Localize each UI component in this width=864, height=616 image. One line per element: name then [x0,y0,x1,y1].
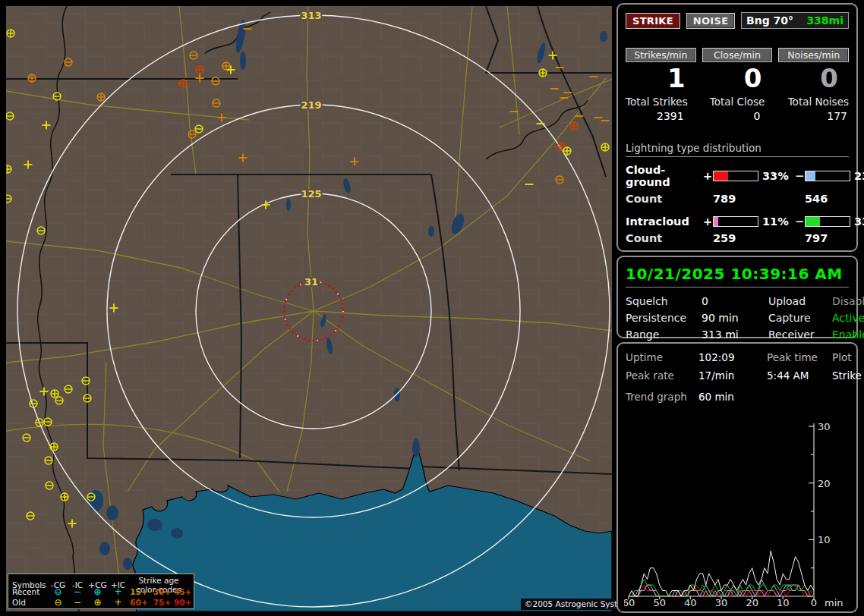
strikes-per-min-header[interactable]: Strikes/min [626,48,696,62]
legend-row: Old⊖−⊕+60+75+90+ [12,597,190,608]
count-label: Count [626,232,703,244]
close-per-min-header[interactable]: Close/min [702,48,773,62]
persistence-value: 90 min [702,312,768,324]
plot-label: Plot [832,351,862,363]
strikes-per-min-value: 1 [626,62,696,94]
map-legend: Symbols -CG -IC +CG +IC Strike age color… [8,574,194,609]
noises-per-min-value: 0 [778,62,849,94]
noises-column: Noises/min 0 Total Noises 177 [778,48,849,122]
cg-neg-pct: 23% [850,170,864,182]
total-close-label: Total Close [702,96,773,108]
ring-distance-label: 125 [301,188,321,200]
plot-value: Strike [832,369,862,382]
trend-graph-window: 60 min [698,391,734,403]
squelch-value: 0 [702,295,768,307]
legend-header-row: Symbols -CG -IC +CG +IC Strike age color… [12,576,190,586]
peak-rate-value: 17/min [698,369,767,382]
trend-panel: Uptime 102:09 Peak time Plot Peak rate 1… [616,342,858,613]
strike-symbol-cp [97,93,105,101]
total-noises-label: Total Noises [778,96,849,108]
strike-symbol-cp [50,443,58,451]
cg-pos-bar [713,171,758,181]
cloud-ground-count-row: Count 789 546 [626,193,849,205]
upload-label: Upload [768,295,832,307]
trend-x-tick: 0 [811,597,817,608]
cg-neg-bar [805,171,850,181]
strike-symbol-cp [539,69,547,77]
capture-status: Active [832,312,864,324]
strike-button[interactable]: STRIKE [626,13,680,29]
bearing-display: Bng 70° 338mi [741,12,849,29]
ic-neg-count: 797 [805,232,849,244]
legend-strike-symbol: ⊖ [48,598,68,607]
ic-neg-bar [805,216,850,227]
trend-series-cg-neg [629,580,814,596]
count-label: Count [626,193,703,205]
trend-y-tick: 10 [818,534,831,545]
legend-strike-symbol: ⊕ [87,598,109,607]
trend-graph-label: Trend graph [626,391,698,403]
map-canvas[interactable]: 31125219313 [6,6,612,611]
cg-pos-count: 789 [713,193,795,205]
legend-age-code: 30+ [150,587,174,596]
ring-distance-label: 31 [304,276,318,288]
legend-row-label: Recent [12,587,48,596]
trend-x-tick: 50 [653,597,666,608]
trend-graph-chart: 6050403020100min102030 [624,417,852,608]
upload-status: Disabled [832,295,864,307]
counters-panel: STRIKE NOISE Bng 70° 338mi Strikes/min 1… [616,3,858,252]
trend-x-tick: 10 [777,597,790,608]
trend-x-tick: 20 [746,597,758,608]
cloud-ground-row: Cloud-ground + 33% − 23% [626,164,849,188]
minus-sign: − [795,170,805,182]
ring-distance-label: 313 [301,10,321,21]
trend-x-tick: 40 [684,597,697,608]
legend-row-label: Old [12,598,48,607]
distribution-title: Lightning type distribution [626,142,849,157]
trend-series-total-strikes [629,551,814,596]
total-strikes-value: 2391 [626,110,696,122]
legend-age-code: 45+ [174,587,191,596]
legend-age-code: 90+ [174,598,191,607]
legend-strike-symbol: + [109,598,128,607]
strike-symbol-cp [222,62,230,70]
ic-pos-count: 259 [713,232,795,244]
strikes-column: Strikes/min 1 Total Strikes 2391 [626,48,696,122]
capture-label: Capture [768,312,832,324]
noise-button[interactable]: NOISE [686,13,736,29]
peak-rate-label: Peak rate [626,369,698,382]
ring-distance-label: 219 [301,99,321,111]
cg-pos-pct: 33% [758,170,795,182]
legend-age-code: 15+ [128,587,150,596]
close-per-min-value: 0 [702,62,773,94]
trend-y-tick: 20 [818,478,831,489]
legend-body: Recent⊖−⊕+15+30+45+Old⊖−⊕+60+75+90+ [12,586,190,608]
uptime-label: Uptime [626,351,698,363]
minus-sign: − [795,215,805,228]
strike-symbol-cp [28,74,36,82]
strike-symbol-cp [51,390,58,398]
squelch-label: Squelch [626,295,702,307]
intracloud-label: Intracloud [626,215,703,228]
trend-y-tick: 30 [818,421,831,432]
intracloud-row: Intracloud + 11% − 33% [626,215,849,228]
lightning-map[interactable]: 31125219313 [6,6,612,611]
strike-symbol-cp [61,493,68,501]
peak-time-label: Peak time [767,351,832,363]
receiver-status: Enabled [832,328,864,341]
cloud-ground-label: Cloud-ground [626,164,703,188]
strike-symbol-cp [196,66,203,74]
trend-x-tick: 60 [624,597,635,608]
strike-symbol-cp [563,147,571,155]
peak-time-value: 5:44 AM [767,369,832,382]
uptime-value: 102:09 [698,351,767,363]
ic-pos-bar [713,216,758,227]
ic-neg-pct: 33% [850,215,864,228]
plus-sign: + [703,170,713,182]
total-noises-value: 177 [778,110,849,122]
intracloud-count-row: Count 259 797 [626,232,849,244]
legend-strike-symbol: ⊕ [87,587,109,596]
total-strikes-label: Total Strikes [626,96,696,108]
noises-per-min-header[interactable]: Noises/min [778,48,849,62]
legend-strike-symbol: + [109,587,128,596]
